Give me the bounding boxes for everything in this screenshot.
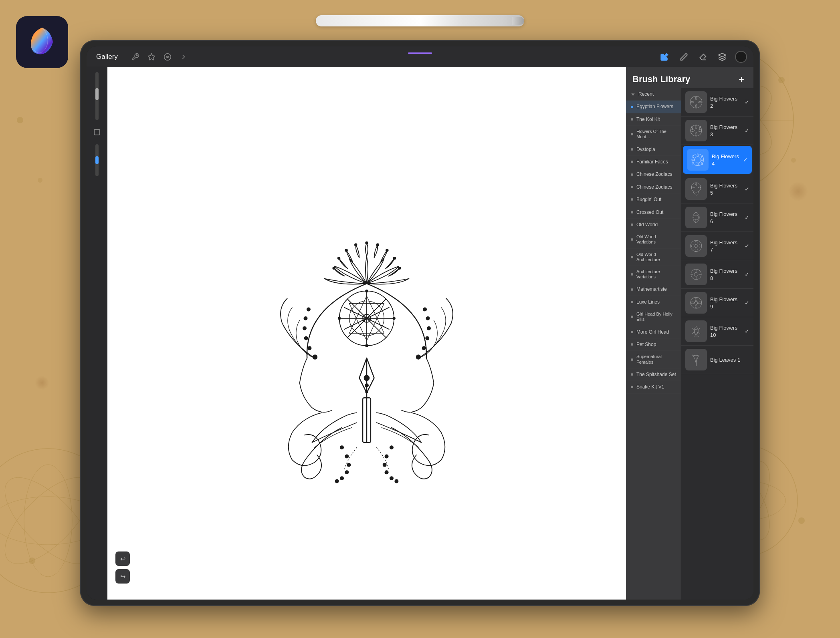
brush-item-big-flowers-10[interactable]: Big Flowers 10 ✓: [681, 317, 753, 346]
dot-icon: [631, 148, 633, 151]
svg-point-75: [425, 336, 429, 340]
category-label: Chinese Zodiacs: [636, 171, 672, 177]
category-label: Chinese Zodiacs: [636, 184, 672, 190]
category-flowers-month[interactable]: Flowers Of The Mont...: [626, 126, 681, 143]
brush-item-big-flowers-4[interactable]: Big Flowers 4 ✓: [683, 146, 752, 174]
layers-icon[interactable]: [716, 50, 729, 63]
svg-point-56: [345, 455, 349, 459]
brush-item-big-flowers-9[interactable]: Big Flowers 9 ✓: [681, 289, 753, 317]
brush-name: Big Flowers 7: [710, 240, 737, 253]
brush-item-big-flowers-5[interactable]: Big Flowers 5 ✓: [681, 175, 753, 203]
app-container: Gallery: [87, 46, 753, 600]
svg-point-53: [338, 317, 341, 320]
undo-redo-controls: ↩ ↪: [115, 551, 130, 584]
brush-name: Big Flowers 4: [712, 153, 739, 167]
dot-icon: [631, 373, 633, 376]
category-old-world-variations[interactable]: Old World Variations: [626, 231, 681, 248]
category-label: Pet Shop: [636, 342, 656, 347]
color-picker[interactable]: [735, 51, 747, 63]
svg-point-51: [365, 290, 368, 292]
category-label: Luxe Lines: [636, 299, 660, 305]
category-girl-head[interactable]: Girl Head By Holly Ellis: [626, 308, 681, 326]
brush-item-big-flowers-6[interactable]: Big Flowers 6 ✓: [681, 203, 753, 232]
brush-item-big-leaves-1[interactable]: Big Leaves 1: [681, 346, 753, 374]
category-label: The Koi Kit: [636, 117, 660, 122]
smudge-icon[interactable]: [161, 50, 174, 63]
category-architecture-variations[interactable]: Architecture Variations: [626, 266, 681, 283]
brush-thumbnail: [685, 120, 707, 141]
canvas-area[interactable]: ↩ ↪: [107, 67, 626, 600]
brush-size-slider[interactable]: [95, 72, 99, 120]
brush-tool-icon[interactable]: [677, 50, 690, 63]
add-brush-button[interactable]: +: [736, 74, 747, 85]
brush-thumbnail: [685, 235, 707, 257]
wrench-icon[interactable]: [129, 50, 142, 63]
active-dot: [631, 106, 633, 108]
category-label: The Spitshade Set: [636, 372, 676, 377]
category-koi-kit[interactable]: The Koi Kit: [626, 113, 681, 126]
square-tool[interactable]: [90, 125, 104, 139]
category-label: Familiar Faces: [636, 159, 668, 165]
category-dystopia[interactable]: Dystopia: [626, 143, 681, 156]
check-icon: ✓: [745, 243, 749, 249]
category-spitshade[interactable]: The Spitshade Set: [626, 368, 681, 381]
brush-thumbnail: [685, 320, 707, 342]
category-supernatural[interactable]: Supernatural Females: [626, 351, 681, 368]
svg-point-64: [385, 471, 389, 475]
brush-item-big-flowers-8[interactable]: Big Flowers 8 ✓: [681, 260, 753, 289]
brush-categories-list: ★ Recent Egyptian Flowers The Koi Kit: [626, 88, 681, 600]
category-pet-shop[interactable]: Pet Shop: [626, 338, 681, 351]
category-luxe-lines[interactable]: Luxe Lines: [626, 296, 681, 308]
category-crossed-out[interactable]: Crossed Out: [626, 206, 681, 219]
svg-point-87: [694, 272, 698, 276]
svg-point-54: [392, 317, 395, 320]
svg-point-65: [390, 477, 394, 481]
gallery-button[interactable]: Gallery: [93, 51, 121, 62]
dot-icon: [631, 223, 633, 226]
category-oracles[interactable]: Chinese Zodiacs: [626, 181, 681, 193]
svg-marker-23: [148, 53, 155, 60]
brush-library-title: Brush Library: [632, 74, 690, 85]
star-icon: ★: [631, 91, 635, 97]
dot-icon: [631, 133, 633, 135]
svg-point-33: [365, 242, 368, 244]
svg-rect-28: [94, 129, 100, 135]
category-buggin-out[interactable]: Buggin' Out: [626, 193, 681, 206]
brush-library-header: Brush Library +: [626, 67, 753, 88]
svg-point-76: [427, 326, 431, 330]
eraser-tool-icon[interactable]: [697, 50, 709, 63]
brush-info: Big Flowers 6: [710, 210, 741, 225]
category-recent[interactable]: ★ Recent: [626, 88, 681, 101]
svg-point-69: [304, 336, 308, 340]
category-egyptian-flowers[interactable]: Egyptian Flowers: [626, 101, 681, 113]
category-familiar-faces[interactable]: Familiar Faces: [626, 156, 681, 168]
category-label: Old World: [636, 222, 658, 227]
category-label: Buggin' Out: [636, 197, 661, 202]
brush-item-big-flowers-7[interactable]: Big Flowers 7 ✓: [681, 232, 753, 260]
brush-thumbnail: [685, 178, 707, 200]
svg-point-73: [416, 355, 421, 360]
category-snake-kit[interactable]: Snake Kit V1: [626, 381, 681, 393]
category-chinese-zodiacs[interactable]: Chinese Zodiacs: [626, 168, 681, 181]
dot-icon: [631, 301, 633, 303]
brush-item-big-flowers-3[interactable]: Big Flowers 3 ✓: [681, 117, 753, 145]
svg-point-83: [691, 183, 701, 192]
category-old-world-architecture[interactable]: Old World Architecture: [626, 249, 681, 266]
dot-icon: [631, 238, 633, 241]
brush-item-big-flowers-2[interactable]: Big Flowers 2 ✓: [681, 88, 753, 117]
category-more-girl-head[interactable]: More Girl Head: [626, 326, 681, 338]
check-icon: ✓: [745, 99, 749, 105]
dot-icon: [631, 331, 633, 333]
pencil-tool-icon[interactable]: [658, 50, 671, 63]
undo-button[interactable]: ↩: [115, 551, 130, 566]
brush-name: Big Flowers 10: [710, 325, 737, 338]
redo-button[interactable]: ↪: [115, 569, 130, 584]
check-icon: ✓: [745, 186, 749, 192]
opacity-slider[interactable]: [95, 144, 99, 176]
category-mathemartiste[interactable]: Mathemartiste: [626, 283, 681, 296]
category-old-world[interactable]: Old World: [626, 219, 681, 231]
adjust-icon[interactable]: [145, 50, 158, 63]
left-sidebar: [87, 67, 107, 600]
arrow-icon[interactable]: [177, 50, 190, 63]
svg-point-21: [29, 557, 35, 564]
